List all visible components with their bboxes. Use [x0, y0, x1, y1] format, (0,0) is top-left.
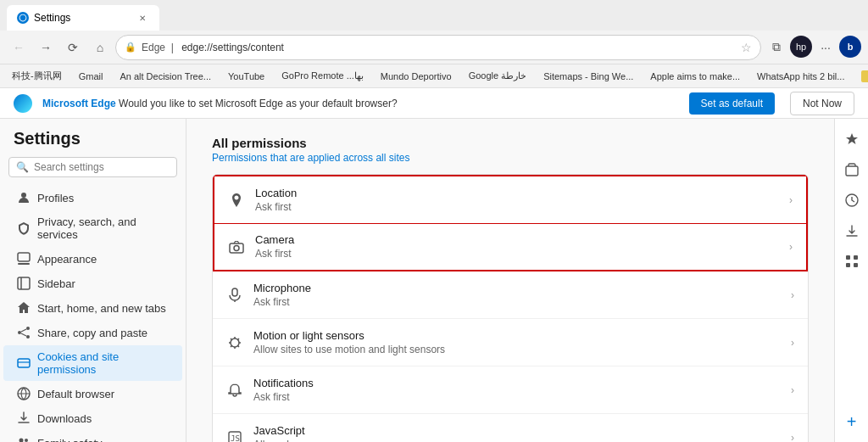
- sidebar-item-default-browser[interactable]: Default browser: [3, 382, 182, 406]
- tab-favicon: [17, 12, 29, 24]
- bookmark-label: Sitemaps - Bing We...: [543, 71, 633, 81]
- sidebar-item-label: Appearance: [37, 253, 97, 266]
- notifications-arrow: ›: [791, 384, 794, 396]
- sidebar-title: Settings: [0, 129, 186, 157]
- bookmark-label: GoPro Remote ...بها: [281, 70, 364, 81]
- favorites-panel-button[interactable]: [838, 126, 865, 153]
- edge-logo: [14, 94, 32, 113]
- bookmark-label: YouTube: [228, 71, 264, 81]
- home-button[interactable]: ⌂: [88, 36, 112, 59]
- family-icon: [17, 436, 31, 442]
- microphone-icon: [226, 287, 243, 304]
- star-icon[interactable]: ☆: [741, 41, 752, 54]
- sidebar-item-share[interactable]: Share, copy and paste: [3, 321, 182, 344]
- bookmark-item[interactable]: GoPro Remote ...بها: [276, 69, 369, 83]
- navigation-bar: ← → ⟳ ⌂ 🔒 Edge | edge://settings/content…: [0, 31, 868, 64]
- search-input[interactable]: [34, 161, 170, 173]
- bookmark-label: Google خارطة: [469, 70, 527, 81]
- refresh-button[interactable]: ⟳: [61, 36, 85, 59]
- sidebar-item-family[interactable]: Family safety: [3, 431, 182, 442]
- address-text: edge://settings/content: [181, 42, 736, 53]
- search-box[interactable]: 🔍: [8, 157, 177, 177]
- sidebar-item-sidebar[interactable]: Sidebar: [3, 271, 182, 295]
- javascript-name: JavaScript: [253, 424, 791, 437]
- camera-icon: [228, 238, 245, 255]
- sidebar-item-downloads[interactable]: Downloads: [3, 406, 182, 430]
- permission-location[interactable]: Location Ask first ›: [213, 175, 808, 224]
- forward-button[interactable]: →: [34, 36, 58, 59]
- apps-panel-button[interactable]: [838, 248, 865, 275]
- back-button[interactable]: ←: [7, 36, 31, 59]
- search-icon: 🔍: [16, 161, 29, 173]
- permission-camera[interactable]: Camera Ask first ›: [213, 223, 808, 271]
- camera-name: Camera: [255, 233, 789, 246]
- set-as-default-button[interactable]: Set as default: [689, 92, 775, 115]
- sidebar-item-label: Default browser: [37, 388, 114, 400]
- microphone-info: Microphone Ask first: [253, 282, 791, 308]
- permission-microphone[interactable]: Microphone Ask first ›: [213, 271, 808, 319]
- history-panel-button[interactable]: [838, 187, 865, 214]
- bookmark-item[interactable]: Gmail: [74, 70, 108, 83]
- bookmark-item[interactable]: Apple aims to make...: [645, 70, 745, 83]
- location-arrow: ›: [789, 194, 793, 206]
- more-button[interactable]: ···: [814, 36, 837, 59]
- permission-notifications[interactable]: Notifications Ask first ›: [213, 366, 808, 414]
- svg-point-0: [21, 193, 26, 198]
- svg-point-25: [231, 338, 239, 347]
- browser-icon: [17, 387, 31, 400]
- cookie-icon: [17, 356, 31, 370]
- main-area: Settings 🔍 Profiles Privacy, search, and…: [0, 119, 868, 442]
- bookmarks-bar: 科技-腾讯网 Gmail An alt Decision Tree... You…: [0, 64, 868, 88]
- account-button[interactable]: hp: [790, 36, 812, 58]
- collections-panel-button[interactable]: [838, 156, 865, 183]
- svg-rect-24: [232, 288, 237, 296]
- browser-window: Settings ✕ ← → ⟳ ⌂ 🔒 Edge | edge://setti…: [0, 0, 868, 442]
- downloads-panel-button[interactable]: [838, 217, 865, 244]
- right-panel: +: [834, 119, 868, 442]
- permission-javascript[interactable]: JS JavaScript Allowed ›: [213, 414, 808, 442]
- tab-close-button[interactable]: ✕: [136, 11, 149, 25]
- svg-point-6: [18, 331, 21, 334]
- settings-sidebar: Settings 🔍 Profiles Privacy, search, and…: [0, 119, 186, 442]
- sidebar-item-label: Sidebar: [37, 277, 75, 290]
- sidebar-icon: [17, 277, 31, 290]
- collections-button[interactable]: ⧉: [765, 36, 788, 59]
- share-icon: [17, 326, 31, 339]
- bookmark-item[interactable]: Google خارطة: [464, 69, 532, 83]
- sidebar-item-appearance[interactable]: Appearance: [3, 247, 182, 271]
- bookmark-item[interactable]: An alt Decision Tree...: [114, 70, 216, 83]
- sidebar-item-privacy[interactable]: Privacy, search, and services: [3, 210, 182, 246]
- svg-rect-36: [846, 263, 850, 267]
- bookmark-item[interactable]: Sitemaps - Bing We...: [538, 70, 638, 83]
- bookmark-label: An alt Decision Tree...: [120, 71, 211, 81]
- address-bar[interactable]: 🔒 Edge | edge://settings/content ☆: [115, 35, 761, 60]
- sidebar-item-label: Cookies and site permissions: [37, 350, 169, 376]
- svg-point-7: [26, 335, 30, 338]
- motion-name: Motion or light sensors: [253, 329, 791, 342]
- sidebar-item-label: Privacy, search, and services: [37, 215, 169, 241]
- not-now-button[interactable]: Not Now: [790, 92, 854, 115]
- svg-point-23: [234, 245, 239, 250]
- notifications-status: Ask first: [253, 391, 791, 403]
- sidebar-item-profiles[interactable]: Profiles: [3, 186, 182, 210]
- b-button[interactable]: b: [839, 36, 861, 58]
- permission-motion[interactable]: Motion or light sensors Allow sites to u…: [213, 319, 808, 366]
- microphone-status: Ask first: [253, 296, 791, 308]
- tab-bar: Settings ✕: [0, 0, 868, 31]
- bookmark-item[interactable]: Mundo Deportivo: [376, 70, 457, 83]
- sidebar-item-label: Family safety: [37, 437, 103, 443]
- sidebar-item-cookies[interactable]: Cookies and site permissions: [3, 345, 182, 381]
- bookmark-item[interactable]: WhatsApp hits 2 bil...: [752, 70, 849, 83]
- svg-point-12: [25, 439, 28, 442]
- download-icon: [17, 411, 31, 425]
- sidebar-item-newtabs[interactable]: Start, home, and new tabs: [3, 296, 182, 320]
- bookmark-item[interactable]: Other favorites: [856, 69, 868, 84]
- add-panel-button[interactable]: +: [838, 408, 865, 435]
- section-title: All permissions: [212, 136, 809, 150]
- bookmark-item[interactable]: 科技-腾讯网: [7, 68, 67, 84]
- bookmark-item[interactable]: YouTube: [223, 70, 270, 83]
- svg-rect-35: [854, 255, 858, 260]
- motion-status: Allow sites to use motion and light sens…: [253, 344, 791, 355]
- active-tab[interactable]: Settings ✕: [7, 5, 159, 31]
- location-info: Location Ask first: [255, 187, 789, 213]
